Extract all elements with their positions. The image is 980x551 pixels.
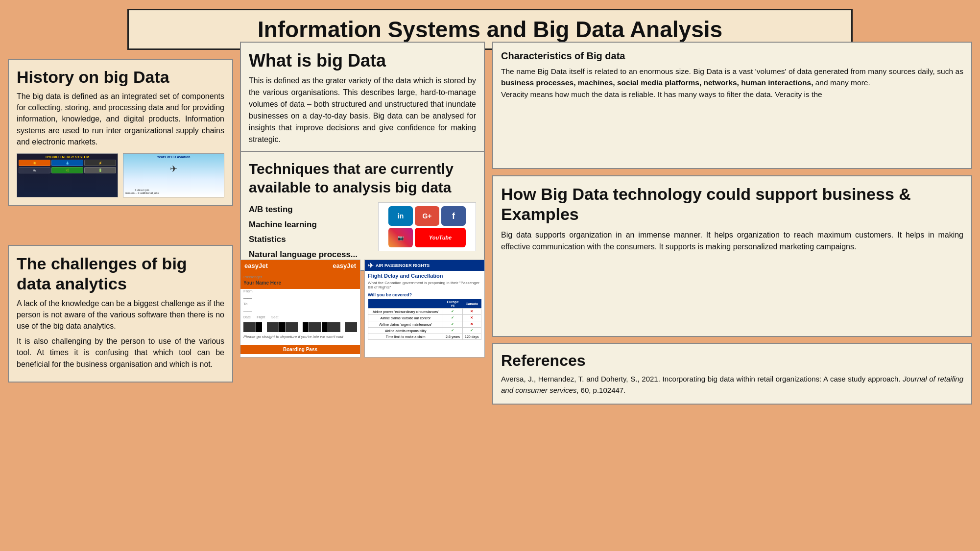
fd-row-1: Airline proves 'extraordinary circumstan…	[368, 309, 481, 315]
barcode-line-4	[279, 322, 285, 332]
history-images: HYBRID ENERGY SYSTEM ☀️ 💧 ⚡ H₂ 🌿 🔋 Years…	[17, 153, 224, 197]
fd-row-4: Airline admits responsibility ✓ ✓	[368, 328, 481, 334]
fd-will-you: Will you be covered?	[368, 292, 481, 297]
fd-row-3-canada: ✕	[462, 321, 481, 328]
barcode-gap-3	[341, 322, 344, 332]
boarding-pass-image: easyJet easyJet Passenger Your Name Here…	[240, 260, 360, 358]
techniques-content: A/B testing Machine learning Statistics …	[249, 202, 476, 262]
fd-row-5: Time limit to make a claim 2-6 years 120…	[368, 334, 481, 340]
boarding-brand-left: easyJet	[244, 262, 268, 269]
gplus-icon: G+	[415, 206, 439, 226]
boarding-from-value: ____	[243, 294, 357, 299]
plane-icon: ✈	[170, 164, 177, 174]
barcode-line-1	[243, 322, 256, 332]
fd-row-1-canada: ✕	[462, 309, 481, 315]
boarding-fields-row: Date Flight Seat	[243, 314, 357, 320]
references-heading: References	[501, 352, 963, 370]
aviation-image: Years of EU Aviation ✈ 1 direct job crea…	[123, 153, 224, 197]
fd-row-2-label: Airline claims 'outside our control'	[368, 315, 443, 321]
techniques-list: A/B testing Machine learning Statistics …	[249, 202, 366, 262]
references-citation-text: Aversa, J., Hernandez, T. and Doherty, S…	[501, 375, 903, 383]
boarding-passenger-label: Passenger	[243, 274, 357, 280]
social-icons-area: in G+ f 📷 YouTube	[378, 202, 476, 251]
boarding-to-label: To	[243, 301, 357, 307]
what-is-bigdata-body: This is defined as the grater variety of…	[249, 75, 476, 145]
fd-row-2-canada: ✕	[462, 315, 481, 321]
challenges-para2: It is also challenging by the person to …	[17, 335, 224, 370]
fd-row-5-label: Time limit to make a claim	[368, 334, 443, 340]
hybrid-cell-5: 🌿	[51, 167, 83, 173]
characteristics-bold: business processes, machines, social med…	[501, 78, 813, 87]
barcode-line-7	[309, 322, 321, 332]
techniques-heading: Techniques that are currently available …	[249, 160, 476, 196]
hybrid-title: HYBRID ENERGY SYSTEM	[19, 155, 116, 159]
techniques-box: Techniques that are currently available …	[240, 151, 485, 271]
hybrid-grid: ☀️ 💧 ⚡ H₂ 🌿 🔋	[19, 160, 116, 173]
technique-item-2: Machine learning	[249, 217, 366, 233]
aviation-jobs: 1 direct job creates... 3 additional job…	[125, 189, 159, 194]
characteristics-heading: Characteristics of Big data	[501, 50, 963, 62]
barcode	[243, 322, 357, 332]
barcode-line-5	[286, 322, 298, 332]
boarding-to-value: ____	[243, 307, 357, 312]
fd-row-3-label: Airline claims 'urgent maintenance'	[368, 321, 443, 328]
fd-row-4-canada: ✓	[462, 328, 481, 334]
fd-title: Flight Delay and Cancellation	[368, 273, 481, 279]
how-bigdata-box: How Big Data technology could support bu…	[492, 175, 972, 337]
fd-col-canada: Canada	[462, 299, 481, 309]
fd-row-2: Airline claims 'outside our control' ✓ ✕	[368, 315, 481, 321]
boarding-from-label: From	[243, 288, 357, 294]
bottom-images-row: easyJet easyJet Passenger Your Name Here…	[240, 260, 485, 358]
fd-row-2-europe: ✓	[443, 315, 462, 321]
boarding-passenger-name: Your Name Here	[243, 280, 357, 287]
history-box: History on big Data The big data is defi…	[8, 59, 233, 206]
page-title: Information Systems and Big Data Analysi…	[143, 16, 837, 43]
challenges-box: The challenges of big data analytics A l…	[8, 245, 233, 383]
barcode-line-8	[322, 322, 328, 332]
history-heading: History on big Data	[17, 68, 224, 87]
fd-row-3: Airline claims 'urgent maintenance' ✓ ✕	[368, 321, 481, 328]
references-citation: Aversa, J., Hernandez, T. and Doherty, S…	[501, 374, 963, 396]
characteristics-box: Characteristics of Big data The name Big…	[492, 42, 972, 169]
challenges-heading: The challenges of big data analytics	[17, 254, 224, 294]
fd-table: Europevs Canada Airline proves 'extraord…	[368, 299, 481, 340]
references-citation-end: , 60, p.102447.	[576, 386, 625, 394]
characteristics-plain1: The name Big Data itself is related to a…	[501, 67, 963, 75]
fd-row-3-europe: ✓	[443, 321, 462, 328]
references-box: References Aversa, J., Hernandez, T. and…	[492, 343, 972, 405]
aviation-title: Years of EU Aviation	[125, 155, 222, 159]
history-body: The big data is defined as an integrated…	[17, 91, 224, 147]
boarding-header: easyJet easyJet	[240, 260, 360, 271]
boarding-footer: Boarding Pass	[240, 345, 360, 354]
barcode-line-9	[328, 322, 340, 332]
fd-header-text: AIR PASSENGER RIGHTS	[376, 263, 430, 268]
facebook-icon: f	[441, 206, 466, 226]
characteristics-body: The name Big Data itself is related to a…	[501, 66, 963, 100]
youtube-icon: YouTube	[415, 228, 466, 247]
barcode-line-10	[345, 322, 357, 332]
fd-row-4-label: Airline admits responsibility	[368, 328, 443, 334]
boarding-flight-label: Flight	[257, 315, 265, 319]
fd-col-label	[368, 299, 443, 309]
how-bigdata-heading: How Big Data technology could support bu…	[501, 184, 963, 224]
boarding-brand-right: easyJet	[333, 262, 356, 269]
instagram-icon: 📷	[388, 228, 413, 247]
technique-item-3: Statistics	[249, 232, 366, 247]
fd-col-europe: Europevs	[443, 299, 462, 309]
boarding-seat-label: Seat	[271, 315, 278, 319]
what-is-bigdata-box: What is big Data This is defined as the …	[240, 42, 485, 154]
barcode-gap-1	[263, 322, 266, 332]
fd-subtitle: What the Canadian government is proposin…	[368, 281, 481, 289]
fd-row-5-europe: 2-6 years	[443, 334, 462, 340]
technique-item-1: A/B testing	[249, 202, 366, 217]
hybrid-cell-4: H₂	[19, 167, 50, 173]
hybrid-energy-image: HYBRID ENERGY SYSTEM ☀️ 💧 ⚡ H₂ 🌿 🔋	[17, 153, 118, 197]
what-is-bigdata-heading: What is big Data	[249, 50, 476, 71]
barcode-line-2	[256, 322, 262, 332]
hybrid-cell-1: ☀️	[19, 160, 50, 166]
how-bigdata-body: Big data supports organization in an imm…	[501, 229, 963, 253]
boarding-note: Please go straight to departure if you'r…	[243, 334, 357, 339]
hybrid-cell-2: 💧	[51, 160, 83, 166]
boarding-content: Passenger Your Name Here From ____ To __…	[243, 274, 357, 339]
hybrid-cell-3: ⚡	[84, 160, 116, 166]
